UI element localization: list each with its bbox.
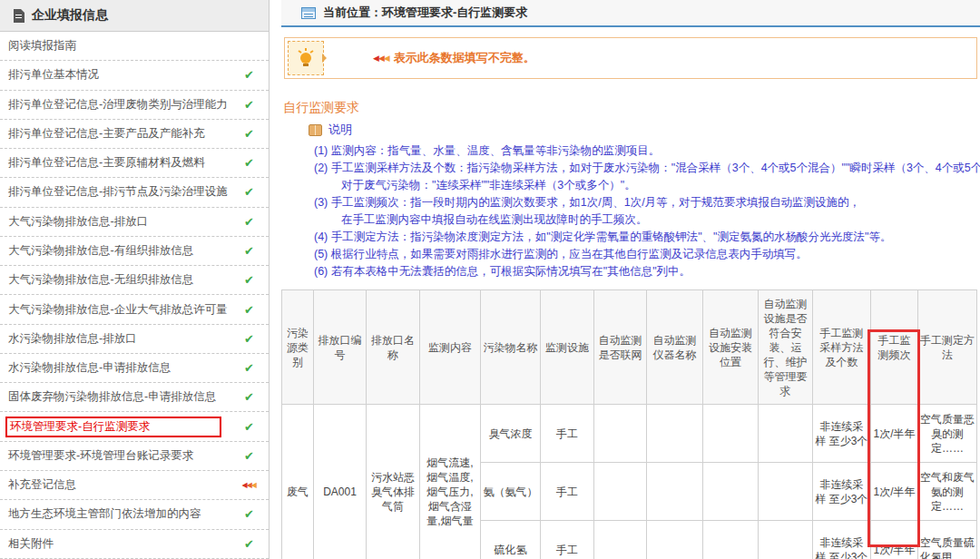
book-icon (309, 124, 322, 136)
cell-manual-frequency: 1次/半年 (871, 463, 918, 521)
sidebar-item-basic-info[interactable]: 排污单位基本情况 ✔ (0, 61, 269, 90)
note-line: (4) 手工测定方法：指污染物浓度测定方法，如"测定化学需氧量的重铬酸钾法"、"… (281, 229, 980, 246)
monitoring-table-wrap: 污染源类别 排放口编号 排放口名称 监测内容 污染物名称 监测设施 自动监测是否… (281, 289, 976, 559)
sidebar-item-label: 环境管理要求-环境管理台账记录要求 (8, 448, 193, 464)
sidebar-item-label: 排污单位登记信息-主要产品及产能补充 (8, 126, 205, 142)
sidebar-items: 阅读填报指南 排污单位基本情况 ✔ 排污单位登记信息-治理废物类别与治理能力 ✔… (0, 32, 269, 559)
check-icon: ✔ (244, 68, 254, 82)
sidebar-item-label: 排污单位基本情况 (8, 67, 99, 83)
cell-auto-compliance (759, 405, 813, 463)
sidebar-item-air-outlet[interactable]: 大气污染物排放信息-排放口 ✔ (0, 208, 269, 237)
col-auto-compliance: 自动监测设施是否符合安装、运行、维护等管理要求 (759, 290, 813, 405)
col-manual-frequency: 手工监测频次 (871, 290, 918, 405)
check-icon: ✔ (244, 98, 254, 112)
sidebar-item-env-mgmt-ledger[interactable]: 环境管理要求-环境管理台账记录要求 ✔ (0, 442, 269, 471)
check-icon: ✔ (244, 537, 254, 551)
check-icon: ✔ (244, 507, 254, 521)
check-icon: ✔ (244, 361, 254, 375)
check-icon: ✔ (244, 303, 254, 317)
sidebar-item-label: 水污染物排放信息-排放口 (8, 331, 137, 347)
cell-auto-location (703, 405, 759, 463)
cell-auto-compliance (759, 463, 813, 521)
sidebar-item-label: 大气污染物排放信息-企业大气排放总许可量 (8, 302, 228, 318)
cell-monitor-content: 烟气流速,烟气温度,烟气压力,烟气含湿量,烟气量 (420, 405, 481, 559)
cell-outlet-name: 污水站恶臭气体排气筒 (367, 405, 420, 559)
location-label: 当前位置： (323, 5, 382, 19)
instructions-header: 说明 (281, 122, 980, 138)
sidebar-item-reg-nodes-facilities[interactable]: 排污单位登记信息-排污节点及污染治理设施 ✔ (0, 178, 269, 207)
sidebar-item-supplementary-registration[interactable]: 补充登记信息 ◀◀◀ (0, 471, 269, 500)
sidebar-item-label: 大气污染物排放信息-排放口 (8, 214, 148, 230)
sidebar-item-label: 地方生态环境主管部门依法增加的内容 (8, 506, 201, 522)
location-text: 当前位置：环境管理要求-自行监测要求 (323, 5, 527, 21)
incomplete-indicator-icon: ◀◀◀ (373, 54, 389, 63)
cell-source-type: 废气 (282, 405, 314, 559)
monitoring-table: 污染源类别 排放口编号 排放口名称 监测内容 污染物名称 监测设施 自动监测是否… (281, 289, 977, 559)
col-monitor-facility: 监测设施 (541, 290, 594, 405)
check-icon: ✔ (244, 449, 254, 463)
cell-outlet-code: DA001 (314, 405, 367, 559)
cell-auto-compliance (759, 521, 813, 559)
col-outlet-code: 排放口编号 (314, 290, 367, 405)
cell-auto-networked (594, 463, 647, 521)
cell-auto-location (703, 463, 759, 521)
sidebar-header: 企业填报信息 (0, 0, 269, 32)
cell-auto-networked (594, 405, 647, 463)
cell-manual-sampling: 非连续采样 至少3个 (813, 521, 871, 559)
cell-monitor-facility: 手工 (541, 405, 594, 463)
cell-monitor-facility: 手工 (541, 463, 594, 521)
sidebar-item-water-apply[interactable]: 水污染物排放信息-申请排放信息 ✔ (0, 354, 269, 383)
table-header-row: 污染源类别 排放口编号 排放口名称 监测内容 污染物名称 监测设施 自动监测是否… (282, 290, 977, 405)
cell-manual-sampling: 非连续采样 至少3个 (813, 463, 871, 521)
cell-auto-instrument (647, 405, 703, 463)
cell-pollutant-name: 氨（氨气） (481, 463, 541, 521)
sidebar-item-label-active: 环境管理要求-自行监测要求 (5, 417, 221, 437)
note-line: (2) 手工监测采样方法及个数：指污染物采样方法，如对于废水污染物："混合采样（… (281, 160, 980, 177)
sidebar-item-label: 阅读填报指南 (8, 38, 76, 54)
col-source-type: 污染源类别 (282, 290, 314, 405)
document-icon (13, 9, 24, 23)
check-icon: ✔ (244, 420, 254, 434)
instructions-label: 说明 (328, 122, 352, 138)
check-icon: ✔ (244, 273, 254, 287)
col-pollutant-name: 污染物名称 (481, 290, 541, 405)
cell-manual-frequency: 1次/半年 (871, 405, 918, 463)
sidebar: 企业填报信息 阅读填报指南 排污单位基本情况 ✔ 排污单位登记信息-治理废物类别… (0, 0, 270, 559)
sidebar-item-reg-products[interactable]: 排污单位登记信息-主要产品及产能补充 ✔ (0, 120, 269, 149)
check-icon: ✔ (244, 156, 254, 170)
sidebar-item-reg-waste-category[interactable]: 排污单位登记信息-治理废物类别与治理能力 ✔ (0, 91, 269, 120)
col-monitor-content: 监测内容 (420, 290, 481, 405)
sidebar-item-label: 水污染物排放信息-申请排放信息 (8, 360, 171, 376)
sidebar-item-solid-waste-apply[interactable]: 固体废弃物污染物排放信息-申请排放信息 ✔ (0, 383, 269, 412)
col-auto-instrument: 自动监测仪器名称 (647, 290, 703, 405)
note-line: (6) 若有本表格中无法囊括的信息，可根据实际情况填写在"其他信息"列中。 (281, 263, 980, 280)
check-icon: ✔ (244, 390, 254, 404)
note-line: (1) 监测内容：指气量、水量、温度、含氧量等非污染物的监测项目。 (281, 142, 980, 160)
main-content: 当前位置：环境管理要求-自行监测要求 ◀◀◀ 表示此条数据填写不完整。 自行监测… (281, 0, 980, 559)
check-icon: ✔ (244, 332, 254, 346)
cell-auto-networked (594, 521, 647, 559)
sidebar-item-env-mgmt-self-monitoring[interactable]: 环境管理要求-自行监测要求 ✔ (0, 412, 269, 441)
sidebar-item-label: 排污单位登记信息-排污节点及污染治理设施 (8, 184, 228, 200)
sidebar-item-water-outlet[interactable]: 水污染物排放信息-排放口 ✔ (0, 325, 269, 354)
sidebar-item-reg-materials[interactable]: 排污单位登记信息-主要原辅材料及燃料 ✔ (0, 149, 269, 178)
cell-manual-sampling: 非连续采样 至少3个 (813, 405, 871, 463)
note-line: (5) 根据行业特点，如果需要对雨排水进行监测的，应当在其他自行监测及记录信息表… (281, 246, 980, 263)
check-icon: ✔ (244, 185, 254, 199)
sidebar-item-air-total-permit[interactable]: 大气污染物排放信息-企业大气排放总许可量 ✔ (0, 295, 269, 324)
incomplete-indicator-icon: ◀◀◀ (242, 481, 256, 489)
notice-text: 表示此条数据填写不完整。 (394, 50, 535, 66)
sidebar-item-local-authority-added[interactable]: 地方生态环境主管部门依法增加的内容 ✔ (0, 500, 269, 529)
note-line: 对于废气污染物："连续采样""非连续采样（3个或多个）"。 (281, 177, 980, 194)
sidebar-item-air-organized[interactable]: 大气污染物排放信息-有组织排放信息 ✔ (0, 237, 269, 266)
sidebar-item-label: 排污单位登记信息-治理废物类别与治理能力 (8, 97, 228, 113)
sidebar-item-air-unorganized[interactable]: 大气污染物排放信息-无组织排放信息 ✔ (0, 266, 269, 295)
check-icon: ✔ (244, 127, 254, 141)
sidebar-item-reading-guide[interactable]: 阅读填报指南 (0, 32, 269, 61)
sidebar-item-label: 相关附件 (8, 536, 54, 552)
location-value: 环境管理要求-自行监测要求 (382, 5, 527, 19)
cell-manual-method: 空气和废气氨的测定…… (918, 463, 977, 521)
location-book-icon (301, 7, 316, 19)
sidebar-item-attachments[interactable]: 相关附件 ✔ (0, 530, 269, 559)
note-line: (3) 手工监测频次：指一段时期内的监测次数要求，如1次/周、1次/月等，对于规… (281, 194, 980, 211)
